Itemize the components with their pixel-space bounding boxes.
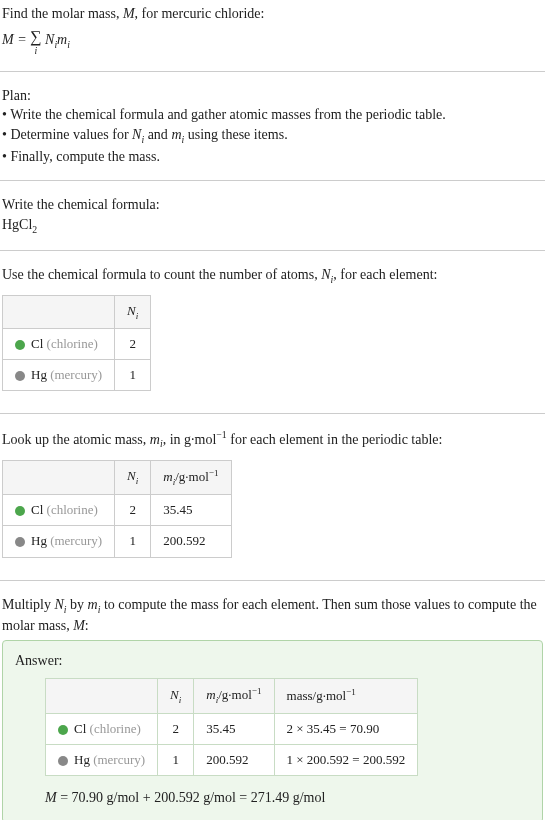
table-header-empty — [46, 679, 158, 714]
answer-table: Ni mi/g·mol−1 mass/g·mol−1 Cl (chlorine)… — [45, 678, 418, 776]
element-cell-cl: Cl (chlorine) — [3, 329, 115, 360]
table-row: Hg (mercury) 1 — [3, 360, 151, 391]
count-text: , for each element: — [333, 267, 437, 282]
header-ni: N — [127, 303, 136, 318]
header-mi-unit: /g·mol — [218, 688, 252, 703]
sigma-sub: i — [30, 48, 41, 55]
mult-M: M — [73, 618, 85, 633]
header-mi: m — [206, 688, 215, 703]
mass-table: Ni mi/g·mol−1 Cl (chlorine) 2 35.45 Hg (… — [2, 460, 232, 558]
chem-formula: HgCl2 — [2, 215, 543, 237]
mult-text: by — [67, 597, 88, 612]
intro-text: Find the molar mass, — [2, 6, 123, 21]
formula-mi-sub: i — [67, 38, 70, 49]
count-value: 1 — [115, 360, 151, 391]
table-header-mi: mi/g·mol−1 — [151, 460, 231, 495]
formula-mi: m — [57, 31, 67, 46]
element-dot-icon — [15, 537, 25, 547]
plan-bullet-1: • Write the chemical formula and gather … — [2, 105, 543, 125]
table-header-ni: Ni — [115, 460, 151, 495]
plan-text: and — [144, 127, 171, 142]
chemical-formula-section: Write the chemical formula: HgCl2 — [0, 191, 545, 240]
table-header-ni: Ni — [115, 295, 151, 328]
element-label: (mercury) — [93, 752, 145, 767]
mass-value: 35.45 — [194, 713, 274, 744]
header-ni-sub: i — [136, 310, 139, 320]
table-header-row: Ni mi/g·mol−1 mass/g·mol−1 — [46, 679, 418, 714]
mass-text: Look up the atomic mass, — [2, 432, 150, 447]
divider — [0, 580, 545, 581]
table-row: Cl (chlorine) 2 35.45 — [3, 495, 232, 526]
element-dot-icon — [15, 371, 25, 381]
table-header-empty — [3, 460, 115, 495]
mass-value: 35.45 — [151, 495, 231, 526]
mult-mi: m — [88, 597, 98, 612]
element-symbol: Hg — [31, 367, 50, 382]
element-label: (chlorine) — [47, 502, 98, 517]
mass-mi: m — [150, 432, 160, 447]
chem-title: Write the chemical formula: — [2, 195, 543, 215]
table-row: Hg (mercury) 1 200.592 — [3, 526, 232, 557]
header-ni-sub: i — [136, 476, 139, 486]
plan-section: Plan: • Write the chemical formula and g… — [0, 82, 545, 170]
intro-line1: Find the molar mass, M, for mercuric chl… — [2, 4, 543, 24]
element-symbol: Hg — [74, 752, 93, 767]
mult-text: Multiply — [2, 597, 55, 612]
table-row: Cl (chlorine) 2 — [3, 329, 151, 360]
chem-sub: 2 — [32, 224, 37, 235]
count-table: Ni Cl (chlorine) 2 Hg (mercury) 1 — [2, 295, 151, 392]
element-label: (chlorine) — [90, 721, 141, 736]
mass-value: 200.592 — [151, 526, 231, 557]
element-symbol: Hg — [31, 533, 50, 548]
formula-ni: N — [42, 31, 55, 46]
element-cell-hg: Hg (mercury) — [3, 526, 115, 557]
intro-formula: M = ∑i Nimi — [2, 26, 543, 55]
table-row: Cl (chlorine) 2 35.45 2 × 35.45 = 70.90 — [46, 713, 418, 744]
intro-section: Find the molar mass, M, for mercuric chl… — [0, 0, 545, 61]
header-mi-exp: −1 — [252, 686, 262, 696]
element-cell-hg: Hg (mercury) — [3, 360, 115, 391]
table-header-row: Ni mi/g·mol−1 — [3, 460, 232, 495]
element-cell-cl: Cl (chlorine) — [46, 713, 158, 744]
count-section: Use the chemical formula to count the nu… — [0, 261, 545, 403]
count-ni: N — [321, 267, 330, 282]
table-header-row: Ni — [3, 295, 151, 328]
plan-text: • Determine values for — [2, 127, 132, 142]
final-lhs: M — [45, 790, 57, 805]
computed-mass: 1 × 200.592 = 200.592 — [274, 745, 418, 776]
multiply-title: Multiply Ni by mi to compute the mass fo… — [2, 595, 543, 636]
plan-mi: m — [171, 127, 181, 142]
final-result: M = 70.90 g/mol + 200.592 g/mol = 271.49… — [45, 788, 530, 808]
count-text: Use the chemical formula to count the nu… — [2, 267, 321, 282]
intro-var-m: M — [123, 6, 135, 21]
header-mass: mass/g·mol — [287, 689, 347, 704]
element-symbol: Cl — [31, 502, 47, 517]
mass-exp: −1 — [216, 429, 226, 440]
multiply-section: Multiply Ni by mi to compute the mass fo… — [0, 591, 545, 820]
mult-text: : — [85, 618, 89, 633]
plan-title: Plan: — [2, 86, 543, 106]
mass-title: Look up the atomic mass, mi, in g·mol−1 … — [2, 428, 543, 451]
header-mi-exp: −1 — [209, 468, 219, 478]
element-cell-hg: Hg (mercury) — [46, 745, 158, 776]
count-value: 2 — [158, 713, 194, 744]
mult-ni: N — [55, 597, 64, 612]
element-dot-icon — [58, 756, 68, 766]
answer-box: Answer: Ni mi/g·mol−1 mass/g·mol−1 Cl (c… — [2, 640, 543, 820]
formula-eq: = — [14, 31, 30, 46]
count-value: 1 — [158, 745, 194, 776]
table-header-mass: mass/g·mol−1 — [274, 679, 418, 714]
header-mi: m — [163, 469, 172, 484]
divider — [0, 413, 545, 414]
count-title: Use the chemical formula to count the nu… — [2, 265, 543, 287]
mass-text: , in g·mol — [163, 432, 217, 447]
element-label: (mercury) — [50, 367, 102, 382]
table-header-mi: mi/g·mol−1 — [194, 679, 274, 714]
header-ni: N — [170, 687, 179, 702]
intro-text: , for mercuric chloride: — [135, 6, 265, 21]
plan-bullet-2: • Determine values for Ni and mi using t… — [2, 125, 543, 147]
divider — [0, 180, 545, 181]
mass-text: for each element in the periodic table: — [227, 432, 443, 447]
mass-value: 200.592 — [194, 745, 274, 776]
header-mass-exp: −1 — [346, 687, 356, 697]
